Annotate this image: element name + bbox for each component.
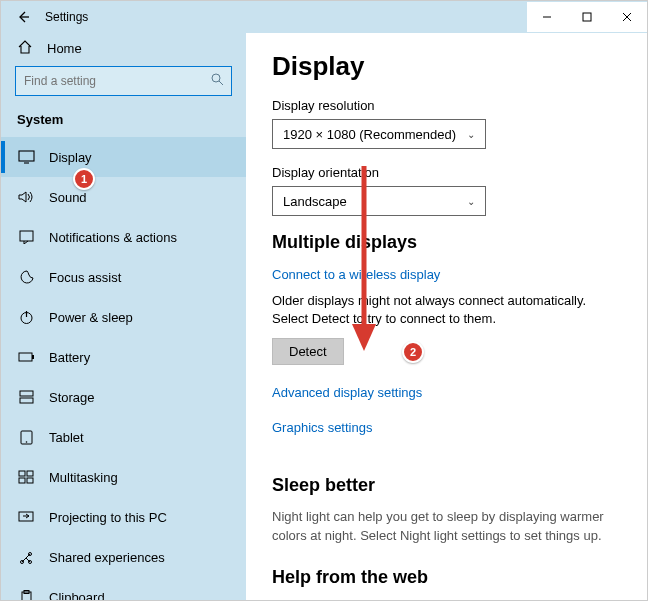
sidebar: Home System Display Sound Notifications … xyxy=(1,33,246,601)
sidebar-item-label: Display xyxy=(49,150,92,165)
sleep-better-title: Sleep better xyxy=(272,475,627,496)
svg-rect-20 xyxy=(27,478,33,483)
annotation-badge-2: 2 xyxy=(402,341,424,363)
svg-rect-17 xyxy=(19,471,25,476)
sidebar-item-display[interactable]: Display xyxy=(1,137,246,177)
sidebar-item-projecting[interactable]: Projecting to this PC xyxy=(1,497,246,537)
battery-icon xyxy=(17,348,35,366)
focus-assist-icon xyxy=(17,268,35,286)
multiple-displays-title: Multiple displays xyxy=(272,232,627,253)
arrow-left-icon xyxy=(16,10,30,24)
page-title: Display xyxy=(272,51,627,82)
search-icon xyxy=(210,72,224,90)
sidebar-item-label: Notifications & actions xyxy=(49,230,177,245)
svg-rect-18 xyxy=(27,471,33,476)
svg-rect-12 xyxy=(32,355,34,359)
resolution-value: 1920 × 1080 (Recommended) xyxy=(283,127,456,142)
sidebar-home[interactable]: Home xyxy=(1,39,246,58)
svg-rect-14 xyxy=(20,398,33,403)
projecting-icon xyxy=(17,508,35,526)
detect-button[interactable]: Detect xyxy=(272,338,344,365)
sidebar-item-focus-assist[interactable]: Focus assist xyxy=(1,257,246,297)
notifications-icon xyxy=(17,228,35,246)
sidebar-item-battery[interactable]: Battery xyxy=(1,337,246,377)
sidebar-item-storage[interactable]: Storage xyxy=(1,377,246,417)
window-title: Settings xyxy=(45,10,88,24)
sidebar-item-tablet[interactable]: Tablet xyxy=(1,417,246,457)
maximize-button[interactable] xyxy=(567,2,607,32)
sidebar-item-label: Shared experiences xyxy=(49,550,165,565)
resolution-dropdown[interactable]: 1920 × 1080 (Recommended) ⌄ xyxy=(272,119,486,149)
minimize-button[interactable] xyxy=(527,2,567,32)
multitasking-icon xyxy=(17,468,35,486)
svg-line-5 xyxy=(219,81,223,85)
power-icon xyxy=(17,308,35,326)
home-icon xyxy=(17,39,33,58)
orientation-dropdown[interactable]: Landscape ⌄ xyxy=(272,186,486,216)
clipboard-icon xyxy=(17,588,35,601)
resolution-label: Display resolution xyxy=(272,98,627,113)
svg-rect-8 xyxy=(20,231,33,241)
sidebar-item-multitasking[interactable]: Multitasking xyxy=(1,457,246,497)
sidebar-item-notifications[interactable]: Notifications & actions xyxy=(1,217,246,257)
sidebar-item-shared-experiences[interactable]: Shared experiences xyxy=(1,537,246,577)
window-controls xyxy=(527,2,647,32)
sidebar-item-label: Focus assist xyxy=(49,270,121,285)
chevron-down-icon: ⌄ xyxy=(467,196,475,207)
tablet-icon xyxy=(17,428,35,446)
svg-point-16 xyxy=(25,441,27,443)
sidebar-item-label: Sound xyxy=(49,190,87,205)
svg-rect-1 xyxy=(583,13,591,21)
svg-rect-11 xyxy=(19,353,32,361)
help-from-web-title: Help from the web xyxy=(272,567,627,588)
older-displays-text: Older displays might not always connect … xyxy=(272,292,612,328)
main-panel[interactable]: Display Display resolution 1920 × 1080 (… xyxy=(246,33,647,601)
chevron-down-icon: ⌄ xyxy=(467,129,475,140)
search-input[interactable] xyxy=(15,66,232,96)
svg-rect-19 xyxy=(19,478,25,483)
graphics-settings-link[interactable]: Graphics settings xyxy=(272,420,372,435)
display-icon xyxy=(17,148,35,166)
sidebar-item-label: Storage xyxy=(49,390,95,405)
storage-icon xyxy=(17,388,35,406)
sidebar-section-label: System xyxy=(1,106,246,137)
advanced-display-link[interactable]: Advanced display settings xyxy=(272,385,422,400)
sidebar-home-label: Home xyxy=(47,41,82,56)
sidebar-item-power-sleep[interactable]: Power & sleep xyxy=(1,297,246,337)
svg-point-4 xyxy=(212,74,220,82)
sidebar-item-label: Multitasking xyxy=(49,470,118,485)
svg-rect-6 xyxy=(19,151,34,161)
sidebar-item-label: Battery xyxy=(49,350,90,365)
back-button[interactable] xyxy=(9,3,37,31)
sidebar-item-label: Power & sleep xyxy=(49,310,133,325)
annotation-badge-1: 1 xyxy=(73,168,95,190)
shared-experiences-icon xyxy=(17,548,35,566)
close-button[interactable] xyxy=(607,2,647,32)
sound-icon xyxy=(17,188,35,206)
orientation-label: Display orientation xyxy=(272,165,627,180)
search-box[interactable] xyxy=(15,66,232,96)
sleep-better-text: Night light can help you get to sleep by… xyxy=(272,508,612,544)
sidebar-item-label: Tablet xyxy=(49,430,84,445)
connect-wireless-link[interactable]: Connect to a wireless display xyxy=(272,267,440,282)
sidebar-item-sound[interactable]: Sound xyxy=(1,177,246,217)
window-titlebar: Settings xyxy=(1,1,647,33)
svg-rect-13 xyxy=(20,391,33,396)
orientation-value: Landscape xyxy=(283,194,347,209)
sidebar-item-clipboard[interactable]: Clipboard xyxy=(1,577,246,601)
sidebar-item-label: Projecting to this PC xyxy=(49,510,167,525)
sidebar-item-label: Clipboard xyxy=(49,590,105,602)
